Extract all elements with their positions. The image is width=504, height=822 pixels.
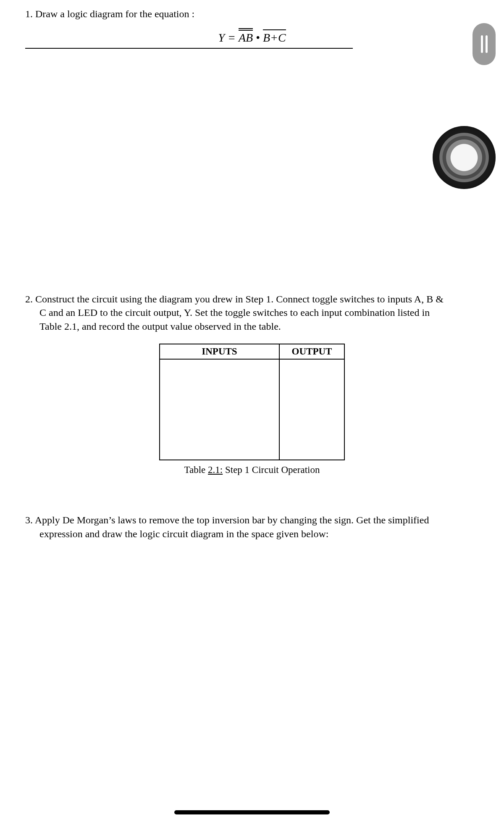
q1-number: 1. — [25, 8, 33, 19]
table-body-row — [160, 359, 344, 460]
table-body-inputs — [160, 359, 279, 460]
handle-bar-icon — [481, 35, 483, 53]
truth-table-wrap: INPUTS OUTPUT — [25, 344, 479, 460]
handle-bar-icon — [486, 35, 488, 53]
question-3: 3. Apply De Morgan’s laws to remove the … — [25, 513, 479, 541]
header-inputs: INPUTS — [160, 344, 279, 359]
eq-overline-bc: B+C — [263, 29, 286, 45]
eq-dot: • — [253, 31, 263, 44]
header-output: OUTPUT — [279, 344, 344, 359]
table-caption: Table 2.1: Step 1 Circuit Operation — [25, 465, 479, 475]
question-2: 2. Construct the circuit using the diagr… — [25, 292, 479, 333]
caption-rest: Step 1 Circuit Operation — [223, 465, 320, 475]
equation-underline — [25, 48, 353, 49]
equation: Y = AB • B+C — [218, 28, 286, 45]
drawing-space-1 — [25, 49, 479, 292]
table-body-output — [279, 359, 344, 460]
eq-term-bc: B+C — [263, 31, 286, 44]
caption-number: 2.1: — [208, 465, 223, 475]
eq-equals: = — [225, 31, 239, 44]
home-indicator[interactable] — [174, 810, 330, 814]
caption-prefix: Table — [184, 465, 208, 475]
spacer-2 — [25, 475, 479, 513]
q3-line2: expression and draw the logic circuit di… — [25, 527, 479, 541]
side-handle-button[interactable] — [472, 23, 496, 65]
table-header-row: INPUTS OUTPUT — [160, 344, 344, 359]
truth-table: INPUTS OUTPUT — [159, 344, 345, 460]
q2-line1: Construct the circuit using the diagram … — [35, 294, 444, 305]
q3-number: 3. — [25, 515, 33, 525]
q3-line1: Apply De Morgan’s laws to remove the top… — [35, 515, 429, 525]
eq-overline-outer: AB — [239, 28, 253, 45]
eq-term-ab: AB — [239, 30, 253, 45]
q2-line2: C and an LED to the circuit output, Y. S… — [25, 306, 479, 319]
q1-text: Draw a logic diagram for the equation : — [35, 8, 194, 19]
eq-lhs: Y — [218, 31, 225, 44]
equation-block: Y = AB • B+C — [25, 28, 479, 49]
question-1: 1. Draw a logic diagram for the equation… — [25, 8, 479, 20]
q2-number: 2. — [25, 294, 33, 305]
q2-line3: Table 2.1, and record the output value o… — [25, 320, 479, 333]
assistive-touch-button[interactable] — [433, 126, 496, 189]
